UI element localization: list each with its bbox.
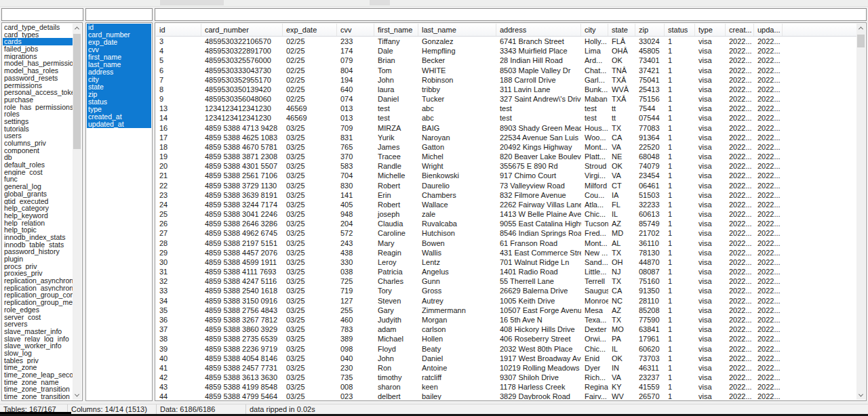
- table-list-item[interactable]: plugin: [3, 255, 73, 263]
- table-list-item[interactable]: replication_asynchronous: [3, 277, 73, 285]
- column-list-item[interactable]: card_number: [87, 31, 151, 39]
- table-list-item[interactable]: model_has_permissions: [3, 60, 73, 67]
- table-list-item[interactable]: help_relation: [3, 220, 73, 227]
- grid-row[interactable]: 42 4859 5388 3613 3630 03/25 735 timothy…: [156, 373, 856, 382]
- scroll-up-icon[interactable]: [73, 24, 81, 33]
- grid-row[interactable]: 36 4859 5388 3267 7812 03/25 460 Judyith…: [156, 315, 856, 325]
- grid-row[interactable]: 26 4859 5388 2646 3286 03/25 204 Claudia…: [156, 219, 856, 228]
- column-list-item[interactable]: id: [87, 24, 151, 31]
- column-list-item[interactable]: type: [87, 106, 151, 113]
- grid-row[interactable]: 30 4859 5388 4599 1911 03/25 330 Leroy L…: [156, 257, 856, 267]
- tables-scrollbar[interactable]: [73, 24, 81, 400]
- column-list-item[interactable]: state: [87, 83, 151, 91]
- table-list-item[interactable]: users: [3, 132, 73, 140]
- grid-row[interactable]: 28 4859 5388 2197 5151 03/25 243 Mary Bo…: [156, 238, 856, 248]
- scrollbar-thumb[interactable]: [73, 34, 81, 149]
- grid-row[interactable]: 7 4859530352955170 02/25 194 John Robins…: [156, 75, 856, 85]
- grid-header-cell[interactable]: zip: [635, 24, 665, 36]
- table-list-item[interactable]: proxies_priv: [3, 270, 73, 277]
- grid-header-cell[interactable]: creat...: [726, 24, 754, 36]
- table-list-item[interactable]: time_zone_leap_second: [3, 371, 73, 379]
- scroll-down-icon[interactable]: [856, 391, 865, 400]
- grid-row[interactable]: 16 4859 5388 4713 9428 03/25 709 MIRZA B…: [156, 123, 856, 133]
- table-list-item[interactable]: replication_group_membe: [3, 299, 73, 306]
- grid-row[interactable]: 39 4859 5388 2236 9719 03/25 098 Floyd B…: [156, 344, 856, 354]
- grid-row[interactable]: 19 4859 5388 3871 2308 03/25 370 Tracee …: [156, 152, 856, 161]
- column-list-item[interactable]: first_name: [87, 54, 151, 61]
- grid-row[interactable]: 4 4859530322891700 02/25 174 Dale Hempfl…: [156, 46, 856, 56]
- grid-row[interactable]: 43 4859 5388 4199 8548 03/25 008 sharon …: [156, 382, 856, 392]
- grid-row[interactable]: 25 4859 5388 3041 2246 03/25 948 joseph …: [156, 209, 856, 219]
- table-list-item[interactable]: db: [3, 154, 73, 161]
- table-list-item[interactable]: servers: [3, 320, 73, 328]
- columns-filter-input[interactable]: [85, 8, 153, 21]
- grid-row[interactable]: 20 4859 5388 4301 5507 03/25 583 Randle …: [156, 161, 856, 171]
- table-list-item[interactable]: replication_asynchronous: [3, 285, 73, 292]
- column-list-item[interactable]: cvv: [87, 46, 151, 54]
- table-list-item[interactable]: role_edges: [3, 306, 73, 314]
- table-list-item[interactable]: innodb_table_stats: [3, 241, 73, 249]
- grid-row[interactable]: 41 4859 5388 2457 7731 03/25 230 Ron Ant…: [156, 363, 856, 373]
- grid-row[interactable]: 29 4859 5388 4457 2076 03/25 438 Reagin …: [156, 248, 856, 257]
- grid-row[interactable]: 22 4859 5388 3729 1130 03/25 830 Robert …: [156, 181, 856, 190]
- table-list-item[interactable]: model_has_roles: [3, 67, 73, 75]
- table-list-item[interactable]: slave_worker_info: [3, 342, 73, 350]
- table-list-item[interactable]: func: [3, 175, 73, 183]
- grid-row[interactable]: 37 4859 5388 3860 3929 03/25 783 adam ca…: [156, 325, 856, 334]
- table-list-item[interactable]: role_has_permissions: [3, 104, 73, 111]
- table-list-item[interactable]: help_keyword: [3, 212, 73, 220]
- column-list-item[interactable]: zip: [87, 91, 151, 98]
- table-list-item[interactable]: card_types: [3, 31, 73, 39]
- data-filter-input[interactable]: [155, 8, 867, 21]
- grid-row[interactable]: 21 4859 5388 2561 7106 03/25 704 Michell…: [156, 171, 856, 180]
- table-list-item[interactable]: global_grants: [3, 190, 73, 198]
- column-list-item[interactable]: exp_date: [87, 39, 151, 46]
- grid-row[interactable]: 14 1234123412341230 46569 013 test abc t…: [156, 113, 856, 123]
- table-list-item[interactable]: columns_priv: [3, 140, 73, 147]
- table-list-item[interactable]: engine_cost: [3, 169, 73, 176]
- grid-row[interactable]: 6 4859530333043730 02/25 804 Tom WHITE 8…: [156, 66, 856, 75]
- column-list-item[interactable]: city: [87, 76, 151, 83]
- table-list-item[interactable]: cards: [3, 38, 73, 45]
- table-list-item[interactable]: help_topic: [3, 226, 73, 234]
- table-list-item[interactable]: password_history: [3, 248, 73, 255]
- grid-row[interactable]: 23 4859 5388 3639 8191 03/25 141 Erin Ch…: [156, 190, 856, 200]
- table-list-item[interactable]: purchase: [3, 96, 73, 104]
- scroll-up-icon[interactable]: [856, 24, 865, 33]
- table-list-item[interactable]: tables_priv: [3, 357, 73, 365]
- grid-row[interactable]: 27 4859 5388 4962 6745 03/25 572 Carolin…: [156, 228, 856, 238]
- grid-header-cell[interactable]: cvv: [337, 24, 374, 36]
- table-list-item[interactable]: component: [3, 147, 73, 154]
- table-list-item[interactable]: password_resets: [3, 75, 73, 82]
- grid-row[interactable]: 31 4859 5388 4111 7693 03/25 038 Patrici…: [156, 267, 856, 276]
- table-list-item[interactable]: time_zone_name: [3, 379, 73, 386]
- table-list-item[interactable]: migrations: [3, 53, 73, 60]
- table-list-item[interactable]: procs_priv: [3, 263, 73, 270]
- scroll-down-icon[interactable]: [73, 391, 81, 400]
- table-list-item[interactable]: server_cost: [3, 314, 73, 321]
- grid-header-cell[interactable]: first_name: [374, 24, 418, 36]
- grid-row[interactable]: 18 4859 5388 4670 5781 03/25 765 James G…: [156, 142, 856, 152]
- table-list-item[interactable]: settings: [3, 118, 73, 125]
- grid-row[interactable]: 24 4859 5388 3244 7174 03/25 405 Robert …: [156, 200, 856, 209]
- table-list-item[interactable]: personal_access_tokens: [3, 89, 73, 96]
- grid-header-cell[interactable]: last_name: [418, 24, 496, 36]
- column-list-item[interactable]: status: [87, 98, 151, 106]
- tables-filter-input[interactable]: [1, 8, 83, 21]
- table-list-item[interactable]: default_roles: [3, 161, 73, 169]
- table-list-item[interactable]: tutorials: [3, 125, 73, 133]
- column-list-item[interactable]: created_at: [87, 113, 151, 121]
- scrollbar-thumb[interactable]: [857, 35, 865, 47]
- column-list-item[interactable]: last_name: [87, 61, 151, 68]
- grid-row[interactable]: 35 4859 5388 2756 4843 03/25 255 Gary Zi…: [156, 306, 856, 315]
- table-list-item[interactable]: slow_log: [3, 350, 73, 357]
- table-list-item[interactable]: innodb_index_stats: [3, 234, 73, 241]
- table-list-item[interactable]: general_log: [3, 183, 73, 190]
- grid-row[interactable]: 9 4859530356048060 02/25 074 Daniel Tuck…: [156, 94, 856, 104]
- table-list-item[interactable]: time_zone_transition_typ: [3, 393, 73, 400]
- table-list-item[interactable]: time_zone_transition: [3, 386, 73, 393]
- table-list-item[interactable]: replication_group_configu: [3, 291, 73, 299]
- grid-row[interactable]: 13 1234123412341230 46569 013 test abc t…: [156, 104, 856, 113]
- grid-header-cell[interactable]: type: [695, 24, 726, 36]
- grid-row[interactable]: 40 4859 5388 4054 8146 03/25 040 John Da…: [156, 354, 856, 363]
